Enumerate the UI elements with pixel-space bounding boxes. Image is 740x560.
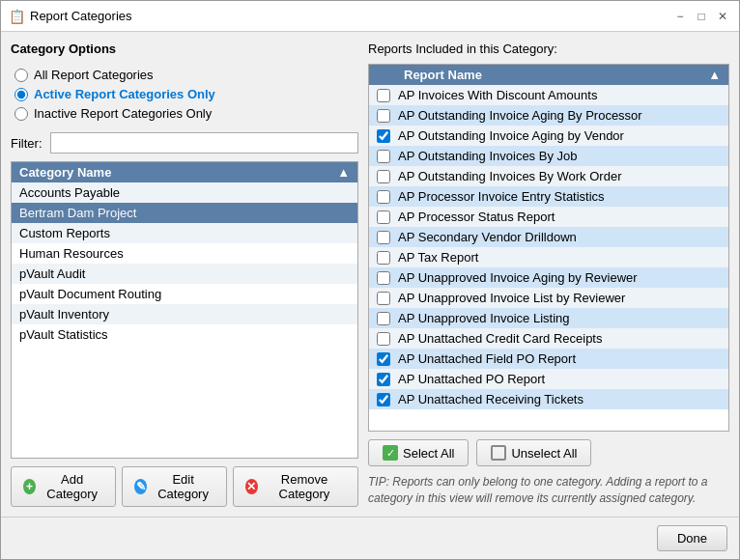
reports-title: Reports Included in this Category: xyxy=(368,42,729,56)
report-name: AP Outstanding Invoice Aging by Vendor xyxy=(398,128,624,143)
report-checkbox[interactable] xyxy=(377,312,390,325)
list-item[interactable]: Human Resources xyxy=(12,243,357,264)
list-item[interactable]: pVault Statistics xyxy=(12,324,357,345)
list-item[interactable]: pVault Document Routing xyxy=(12,284,357,304)
title-bar: 📋 Report Categories − □ ✕ xyxy=(1,1,739,32)
report-checkbox[interactable] xyxy=(377,393,390,406)
reports-list-header: Report Name ▲ xyxy=(369,65,728,85)
tip-text: TIP: Reports can only belong to one cate… xyxy=(368,474,729,507)
report-item: AP Unattached PO Report xyxy=(369,369,728,389)
filter-input[interactable] xyxy=(50,132,359,154)
close-button[interactable]: ✕ xyxy=(714,8,731,25)
report-item: AP Processor Invoice Entry Statistics xyxy=(369,186,728,207)
radio-inactive[interactable] xyxy=(14,107,28,121)
sort-icon: ▲ xyxy=(337,165,350,180)
main-window: 📋 Report Categories − □ ✕ Category Optio… xyxy=(0,0,740,560)
title-bar-left: 📋 Report Categories xyxy=(9,9,132,24)
report-checkbox[interactable] xyxy=(377,292,390,305)
report-checkbox[interactable] xyxy=(377,89,390,102)
edit-category-button[interactable]: ✎ Edit Category xyxy=(122,466,227,507)
edit-icon: ✎ xyxy=(134,479,147,494)
remove-icon: ✕ xyxy=(245,479,258,494)
report-item: AP Unapproved Invoice Listing xyxy=(369,308,728,328)
radio-group: All Report Categories Active Report Cate… xyxy=(11,68,358,121)
select-all-label: Select All xyxy=(403,446,454,461)
report-name: AP Unapproved Invoice List by Reviewer xyxy=(398,291,625,305)
report-item: AP Outstanding Invoices By Job xyxy=(369,146,728,166)
report-name: AP Processor Invoice Entry Statistics xyxy=(398,189,605,204)
window-icon: 📋 xyxy=(9,9,24,24)
radio-all[interactable] xyxy=(14,69,28,82)
category-list-container: Category Name ▲ Accounts Payable Bertram… xyxy=(11,161,358,459)
report-item: AP Unattached Receiving Tickets xyxy=(369,389,728,409)
filter-label: Filter: xyxy=(11,136,43,151)
report-name: AP Unattached Credit Card Receipts xyxy=(398,331,602,346)
report-checkbox[interactable] xyxy=(377,332,390,346)
reports-list-container: Report Name ▲ AP Invoices With Discount … xyxy=(368,64,729,432)
radio-active-label: Active Report Categories Only xyxy=(34,87,215,101)
edit-category-label: Edit Category xyxy=(152,472,214,501)
left-panel: Category Options All Report Categories A… xyxy=(11,42,358,507)
right-panel: Reports Included in this Category: Repor… xyxy=(368,42,729,507)
report-name: AP Outstanding Invoice Aging By Processo… xyxy=(398,108,642,123)
minimize-button[interactable]: − xyxy=(671,8,689,25)
category-list-header-text: Category Name xyxy=(19,165,111,180)
check-icon: ✓ xyxy=(383,445,398,461)
report-item: AP Tax Report xyxy=(369,247,728,267)
reports-list-header-text: Report Name xyxy=(404,68,482,82)
report-name: AP Unattached PO Report xyxy=(398,372,545,386)
category-buttons: + Add Category ✎ Edit Category ✕ Remove … xyxy=(11,466,358,507)
uncheck-icon xyxy=(491,445,506,461)
report-checkbox[interactable] xyxy=(377,190,390,204)
main-content: Category Options All Report Categories A… xyxy=(1,32,739,517)
unselect-all-button[interactable]: Unselect All xyxy=(476,439,591,466)
report-name: AP Outstanding Invoices By Work Order xyxy=(398,169,621,183)
report-name: AP Unapproved Invoice Listing xyxy=(398,311,570,325)
radio-active[interactable] xyxy=(14,88,28,101)
report-checkbox[interactable] xyxy=(377,170,390,183)
radio-inactive-label: Inactive Report Categories Only xyxy=(34,106,212,121)
title-controls: − □ ✕ xyxy=(671,8,731,25)
report-checkbox[interactable] xyxy=(377,271,390,285)
sort-icon: ▲ xyxy=(708,68,721,82)
add-icon: + xyxy=(23,479,36,494)
list-item[interactable]: Bertram Dam Project xyxy=(12,203,357,223)
remove-category-button[interactable]: ✕ Remove Category xyxy=(233,466,358,507)
report-name: AP Invoices With Discount Amounts xyxy=(398,88,597,102)
done-button[interactable]: Done xyxy=(657,525,727,551)
window-title: Report Categories xyxy=(30,9,132,23)
report-checkbox[interactable] xyxy=(377,129,390,143)
add-category-button[interactable]: + Add Category xyxy=(11,466,116,507)
report-item: AP Unattached Field PO Report xyxy=(369,349,728,369)
report-item: AP Outstanding Invoice Aging By Processo… xyxy=(369,105,728,126)
report-item: AP Processor Status Report xyxy=(369,207,728,227)
report-item: AP Secondary Vendor Drilldown xyxy=(369,227,728,247)
select-all-button[interactable]: ✓ Select All xyxy=(368,439,469,466)
report-checkbox[interactable] xyxy=(377,251,390,265)
radio-all-label: All Report Categories xyxy=(34,68,154,82)
select-buttons: ✓ Select All Unselect All xyxy=(368,439,729,466)
remove-category-label: Remove Category xyxy=(263,472,346,501)
report-checkbox[interactable] xyxy=(377,109,390,123)
report-item: AP Unapproved Invoice List by Reviewer xyxy=(369,288,728,308)
radio-row-active: Active Report Categories Only xyxy=(14,87,358,101)
report-name: AP Unattached Field PO Report xyxy=(398,351,576,366)
radio-row-all: All Report Categories xyxy=(14,68,358,82)
list-item[interactable]: Custom Reports xyxy=(12,223,357,243)
unselect-all-label: Unselect All xyxy=(511,446,577,461)
report-checkbox[interactable] xyxy=(377,210,390,224)
report-checkbox[interactable] xyxy=(377,373,390,386)
report-checkbox[interactable] xyxy=(377,352,390,366)
report-item: AP Unapproved Invoice Aging by Reviewer xyxy=(369,267,728,288)
report-item: AP Outstanding Invoice Aging by Vendor xyxy=(369,126,728,146)
footer: Done xyxy=(1,517,739,559)
report-name: AP Processor Status Report xyxy=(398,210,555,224)
report-item: AP Outstanding Invoices By Work Order xyxy=(369,166,728,186)
list-item[interactable]: pVault Audit xyxy=(12,264,357,284)
list-item[interactable]: pVault Inventory xyxy=(12,304,357,324)
maximize-button[interactable]: □ xyxy=(693,8,710,25)
filter-row: Filter: xyxy=(11,132,358,154)
report-checkbox[interactable] xyxy=(377,231,390,244)
report-checkbox[interactable] xyxy=(377,150,390,163)
list-item[interactable]: Accounts Payable xyxy=(12,182,357,203)
